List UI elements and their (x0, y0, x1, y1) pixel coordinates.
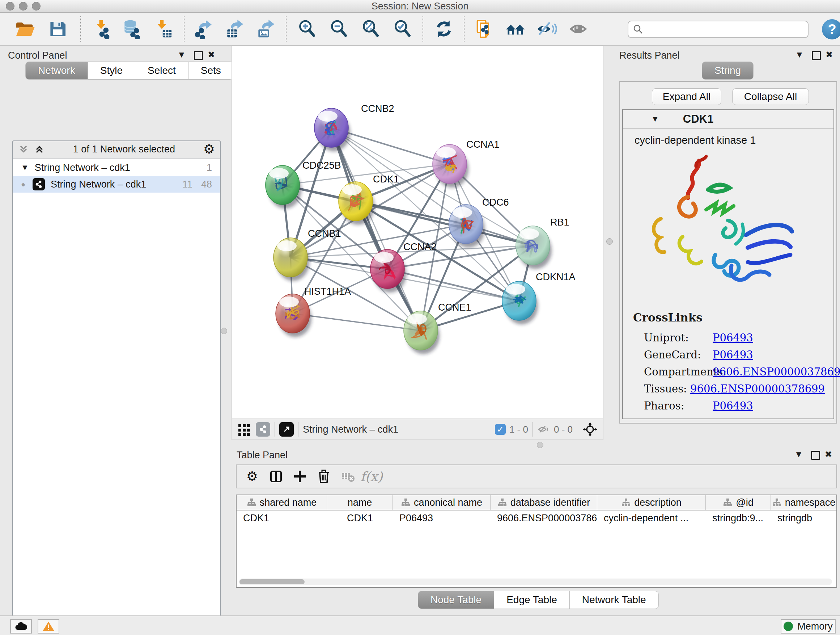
network-share-icon[interactable] (256, 422, 270, 437)
window-zoom-button[interactable] (32, 2, 41, 11)
function-builder-button[interactable]: f(x) (360, 467, 384, 486)
network-collection-row[interactable]: ▼ String Network – cdk1 1 (13, 159, 220, 176)
table-horizontal-scrollbar[interactable] (239, 578, 832, 585)
column-header[interactable]: description (597, 495, 706, 510)
hidden-eye-slash-icon[interactable] (537, 424, 550, 435)
node-RB1[interactable]: RB1 (516, 217, 569, 269)
network-canvas[interactable]: CCNB2CCNA1CDC25BCDK1CDC6RB1CCNB1CCNA2CDK… (232, 46, 603, 419)
table-row[interactable]: CDK1 CDK1 P06493 9606.ENSP00000378699 cy… (237, 510, 836, 526)
tab-network-table[interactable]: Network Table (570, 591, 659, 609)
column-header[interactable]: name (327, 495, 393, 510)
column-header[interactable]: namespace (771, 495, 836, 510)
export-table-button[interactable] (224, 18, 246, 40)
protein-structure-image (639, 146, 798, 302)
tab-node-table[interactable]: Node Table (418, 591, 494, 609)
tab-string[interactable]: String (702, 62, 753, 80)
node-CDC6[interactable]: CDC6 (449, 197, 509, 248)
edge-HIST1H1A-CCNE1[interactable] (293, 314, 421, 331)
import-database-icon (122, 19, 142, 39)
clone-network-button[interactable] (473, 18, 496, 40)
network-row[interactable]: ● String Network – cdk1 11 48 (13, 176, 220, 193)
results-panel-float-button[interactable]: ▼ (795, 50, 804, 59)
control-panel-title: Control Panel (8, 50, 67, 61)
view-network-title: String Network – cdk1 (303, 424, 398, 435)
edge-CCNB2-CCNE1[interactable] (332, 128, 421, 331)
expand-all-chevrons-icon[interactable] (18, 144, 29, 155)
import-network-database-button[interactable] (121, 18, 143, 40)
crosslink-value-link[interactable]: 9606.ENSP00000378699 (713, 366, 840, 378)
node-CCNE1[interactable]: CCNE1 (404, 302, 471, 354)
tab-sets[interactable]: Sets (188, 62, 234, 80)
control-panel-maximize-button[interactable] (194, 51, 203, 62)
window-close-button[interactable] (6, 2, 14, 11)
help-button[interactable]: ? (822, 19, 840, 40)
export-image-button[interactable] (255, 18, 277, 40)
open-in-window-icon[interactable] (279, 422, 294, 437)
collapse-all-button[interactable]: Collapse All (732, 88, 809, 105)
birdseye-grid-icon[interactable] (237, 422, 251, 437)
section-collapse-icon[interactable]: ▼ (651, 114, 659, 124)
search-input[interactable] (644, 24, 797, 35)
tree-expand-icon[interactable]: ▼ (21, 163, 29, 172)
table-panel-close-button[interactable]: ✖ (825, 450, 832, 459)
selected-nodes-checkbox[interactable]: ✓ (495, 424, 506, 435)
memory-button[interactable]: Memory (781, 619, 836, 633)
add-column-button[interactable] (288, 467, 312, 486)
table-panel-float-button[interactable]: ▼ (794, 450, 803, 459)
open-file-button[interactable] (14, 18, 36, 40)
bottom-splitter-handle[interactable] (537, 442, 543, 448)
column-header[interactable]: shared name (237, 495, 327, 510)
cdk1-section: ▼ CDK1 cyclin-dependent kinase 1 (622, 109, 834, 419)
delete-column-button[interactable] (312, 467, 336, 486)
refresh-layout-button[interactable] (433, 18, 455, 40)
delete-table-button[interactable] (336, 467, 360, 486)
column-header[interactable]: canonical name (393, 495, 491, 510)
scrollbar-thumb[interactable] (240, 579, 305, 584)
node-label-CDC25B: CDC25B (302, 160, 341, 171)
tab-select[interactable]: Select (135, 62, 188, 80)
control-panel-close-button[interactable]: ✖ (208, 50, 215, 59)
show-columns-button[interactable] (264, 467, 288, 486)
zoom-fit-button[interactable] (360, 18, 382, 40)
save-session-button[interactable] (46, 18, 69, 40)
zoom-in-button[interactable] (296, 18, 318, 40)
zoom-selected-button[interactable] (392, 18, 414, 40)
import-network-file-button[interactable] (91, 18, 114, 40)
tab-edge-table[interactable]: Edge Table (494, 591, 570, 609)
crosslink-value-link[interactable]: P06493 (713, 400, 753, 412)
title-bar: Session: New Session (0, 0, 840, 13)
collapse-all-chevrons-icon[interactable] (34, 144, 45, 155)
table-options-gear-button[interactable]: ⚙ (240, 467, 264, 486)
window-minimize-button[interactable] (19, 2, 27, 11)
node-CCNB1[interactable]: CCNB1 (273, 228, 341, 281)
zoom-out-button[interactable] (328, 18, 350, 40)
home-button[interactable] (504, 18, 527, 40)
left-splitter-handle[interactable] (221, 328, 227, 334)
cloud-status-button[interactable] (10, 619, 32, 633)
control-panel-float-button[interactable]: ▼ (177, 50, 186, 59)
crosslink-value-link[interactable]: P06493 (713, 348, 753, 361)
warnings-button[interactable] (38, 619, 59, 633)
crosslink-value-link[interactable]: 9606.ENSP00000378699 (690, 383, 825, 395)
node-HIST1H1A[interactable]: HIST1H1A (276, 286, 351, 337)
table-panel-maximize-button[interactable] (811, 451, 820, 461)
column-header[interactable]: @id (706, 495, 771, 510)
cdk1-section-header[interactable]: ▼ CDK1 (623, 110, 834, 128)
hide-panel-button[interactable] (535, 18, 558, 40)
crosshair-icon[interactable] (582, 421, 598, 437)
edge-CCNA2-CDKN1A[interactable] (387, 269, 519, 301)
expand-all-button[interactable]: Expand All (652, 88, 722, 105)
tab-style[interactable]: Style (88, 62, 135, 80)
right-splitter-handle[interactable] (606, 238, 613, 245)
column-header[interactable]: database identifier (491, 495, 597, 510)
node-CDKN1A[interactable]: CDKN1A (502, 272, 576, 325)
crosslink-value-link[interactable]: P06493 (713, 332, 753, 344)
export-network-button[interactable] (193, 18, 215, 40)
import-table-button[interactable] (152, 18, 174, 40)
results-panel-maximize-button[interactable] (812, 51, 821, 62)
node-label-CCNE1: CCNE1 (438, 302, 471, 313)
network-options-gear-button[interactable]: ⚙ (203, 143, 215, 156)
results-panel-close-button[interactable]: ✖ (826, 50, 833, 59)
show-panel-button[interactable] (568, 18, 591, 40)
tab-network[interactable]: Network (25, 62, 88, 80)
